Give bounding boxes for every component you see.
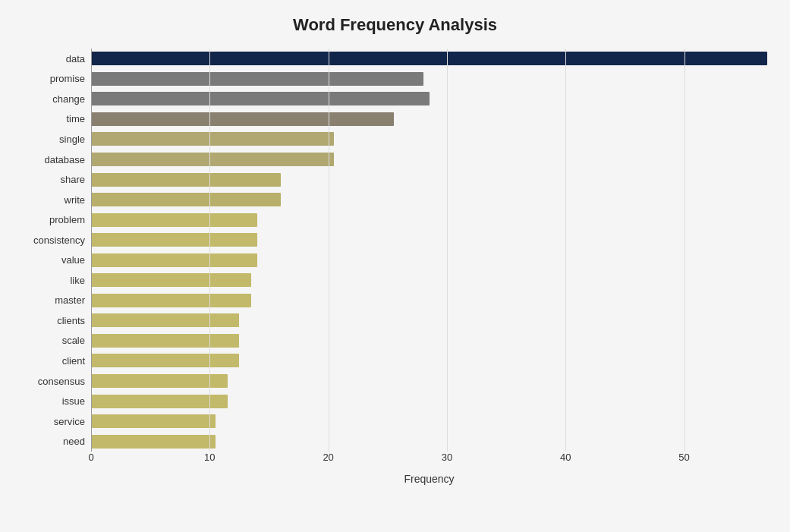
gridline: [91, 49, 92, 452]
bar: [91, 435, 216, 449]
bar-row: [91, 312, 767, 329]
x-tick-label: 10: [204, 452, 215, 463]
plot-area: [91, 49, 767, 452]
y-label: need: [63, 433, 85, 450]
bar: [91, 92, 430, 105]
x-tick-label: 50: [678, 452, 689, 463]
bar: [91, 112, 394, 126]
x-ticks: 01020304050: [91, 452, 767, 470]
y-label: database: [45, 151, 86, 168]
bar: [91, 253, 257, 267]
bar-row: [91, 393, 767, 410]
bar: [91, 273, 251, 287]
y-label: promise: [50, 71, 85, 87]
gridlines: [91, 49, 767, 452]
bar-row: [91, 252, 767, 269]
bar: [91, 132, 334, 146]
y-label: share: [60, 172, 85, 188]
bar-row: [91, 352, 767, 369]
y-label: write: [65, 191, 85, 208]
y-label: single: [59, 131, 85, 147]
gridline: [565, 49, 566, 452]
bar-row: [91, 151, 767, 168]
y-label: time: [66, 111, 85, 127]
y-label: change: [52, 90, 85, 107]
bar-row: [91, 332, 767, 349]
x-axis-label: Frequency: [91, 473, 767, 485]
bar: [91, 52, 767, 65]
bar-row: [91, 433, 767, 450]
bar: [91, 233, 257, 247]
bar-row: [91, 373, 767, 389]
y-label: scale: [62, 332, 85, 349]
bar-row: [91, 71, 767, 87]
chart-container: Word Frequency Analysis datapromisechang…: [0, 0, 790, 532]
bar: [91, 374, 228, 388]
bar: [91, 173, 281, 187]
gridline: [209, 49, 210, 452]
bar: [91, 193, 281, 206]
y-label: master: [55, 292, 85, 309]
bar: [91, 72, 423, 86]
gridline: [685, 49, 685, 452]
bar-row: [91, 212, 767, 228]
bar: [91, 414, 216, 428]
y-label: client: [62, 352, 85, 369]
bar-row: [91, 111, 767, 127]
bar-row: [91, 191, 767, 208]
chart-title: Word Frequency Analysis: [23, 15, 767, 35]
bar: [91, 334, 239, 348]
gridline: [447, 49, 448, 452]
bar: [91, 313, 239, 327]
bar: [91, 294, 251, 307]
bar-row: [91, 131, 767, 147]
bar: [91, 354, 239, 367]
bar-row: [91, 413, 767, 430]
x-tick-label: 40: [560, 452, 571, 463]
y-label: consistency: [33, 231, 85, 248]
x-tick-label: 20: [323, 452, 333, 463]
bar-row: [91, 272, 767, 288]
x-axis-area: 01020304050 Frequency: [91, 452, 767, 485]
y-label: issue: [62, 393, 85, 410]
y-label: clients: [57, 312, 85, 329]
x-tick-label: 0: [88, 452, 93, 463]
x-tick-label: 30: [442, 452, 452, 463]
bar-row: [91, 50, 767, 67]
gridline: [329, 49, 329, 452]
bar: [91, 395, 228, 408]
y-label: like: [70, 272, 85, 288]
y-axis: datapromisechangetimesingledatabaseshare…: [23, 49, 91, 452]
bar-row: [91, 231, 767, 248]
bar-row: [91, 172, 767, 188]
bar-row: [91, 90, 767, 107]
y-label: service: [54, 413, 85, 430]
y-label: data: [66, 50, 85, 67]
bars-wrapper: [91, 49, 767, 452]
bar: [91, 213, 257, 227]
bar: [91, 153, 334, 166]
y-label: value: [61, 252, 85, 269]
bar-row: [91, 292, 767, 309]
y-label: problem: [49, 212, 85, 228]
y-label: consensus: [38, 373, 85, 389]
